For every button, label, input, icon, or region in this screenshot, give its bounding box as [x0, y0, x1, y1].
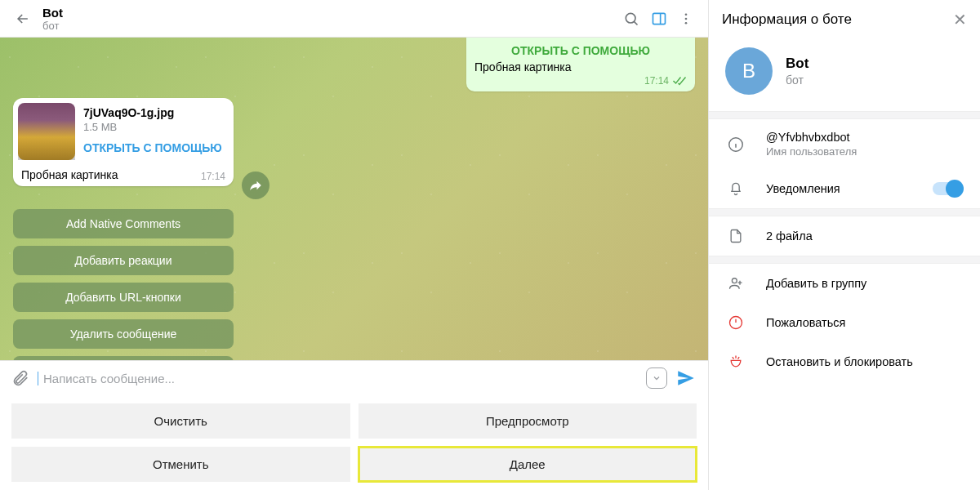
block-icon	[727, 354, 745, 370]
message-caption: Пробная картинка	[474, 60, 687, 74]
message-time: 17:14	[644, 75, 669, 87]
block-item[interactable]: Остановить и блокировать	[709, 342, 980, 381]
svg-point-2	[685, 13, 688, 16]
username-item[interactable]: @Yfvbhvbxdbot Имя пользователя	[709, 119, 980, 169]
svg-point-0	[626, 13, 635, 23]
read-ticks-icon	[672, 76, 687, 86]
open-with-link[interactable]: ОТКРЫТЬ С ПОМОЩЬЮ	[83, 141, 229, 154]
files-item[interactable]: 2 файла	[709, 216, 980, 256]
svg-point-4	[685, 21, 688, 24]
message-composer	[0, 360, 708, 395]
file-icon	[727, 228, 745, 244]
message-input[interactable]	[38, 372, 638, 385]
emoji-picker-button[interactable]	[646, 368, 667, 389]
notifications-label: Уведомления	[766, 182, 911, 195]
profile-type: бот	[786, 74, 808, 87]
svg-point-3	[685, 17, 688, 20]
add-comments-button[interactable]: Add Native Comments	[13, 209, 234, 238]
username-value: @Yfvbhvbxdbot	[766, 131, 850, 144]
add-to-group-item[interactable]: Добавить в группу	[709, 264, 980, 303]
search-icon[interactable]	[623, 11, 639, 27]
alert-icon	[727, 314, 745, 331]
add-user-icon	[727, 275, 745, 292]
file-size: 1.5 MB	[83, 121, 229, 133]
next-button[interactable]: Далее	[359, 447, 697, 482]
back-button[interactable]	[8, 4, 38, 33]
report-label: Пожаловаться	[766, 316, 962, 329]
message-incoming[interactable]: 7jUVaq9O-1g.jpg 1.5 MB ОТКРЫТЬ С ПОМОЩЬЮ…	[13, 98, 234, 186]
avatar: В	[725, 47, 773, 95]
info-icon	[727, 136, 745, 154]
notification-toggle-button[interactable]: Уведомление: вкл.	[13, 356, 234, 360]
cancel-button[interactable]: Отменить	[11, 447, 350, 482]
add-to-group-label: Добавить в группу	[766, 277, 962, 290]
message-time: 17:14	[201, 171, 225, 182]
chat-area: ОТКРЫТЬ С ПОМОЩЬЮ Пробная картинка 17:14…	[0, 38, 708, 360]
chat-title: Bot	[42, 6, 623, 20]
info-sidebar: Информация о боте ✕ В Bot бот @Yfvbhvbxd…	[709, 0, 980, 490]
attach-icon[interactable]	[11, 369, 29, 387]
chat-subtitle: бот	[42, 20, 623, 32]
report-item[interactable]: Пожаловаться	[709, 303, 980, 342]
clear-button[interactable]: Очистить	[11, 403, 350, 439]
add-url-buttons-button[interactable]: Добавить URL-кнопки	[13, 283, 234, 312]
chat-title-group[interactable]: Bot бот	[42, 6, 623, 32]
svg-point-6	[732, 278, 737, 283]
delete-message-button[interactable]: Удалить сообщение	[13, 319, 234, 349]
send-button[interactable]	[675, 368, 697, 389]
add-reactions-button[interactable]: Добавить реакции	[13, 246, 234, 275]
profile-row[interactable]: В Bot бот	[709, 39, 980, 111]
notifications-item[interactable]: Уведомления	[709, 169, 980, 208]
svg-rect-1	[653, 13, 666, 24]
preview-button[interactable]: Предпросмотр	[359, 403, 697, 439]
sidebar-toggle-icon[interactable]	[651, 11, 667, 27]
bell-icon	[727, 180, 745, 197]
chat-header: Bot бот	[0, 0, 708, 38]
file-name: 7jUVaq9O-1g.jpg	[83, 106, 229, 119]
profile-name: Bot	[786, 56, 808, 72]
open-with-link[interactable]: ОТКРЫТЬ С ПОМОЩЬЮ	[474, 44, 687, 57]
block-label: Остановить и блокировать	[766, 355, 962, 368]
message-outgoing[interactable]: ОТКРЫТЬ С ПОМОЩЬЮ Пробная картинка 17:14	[466, 38, 695, 91]
username-label: Имя пользователя	[766, 145, 962, 158]
more-icon[interactable]	[679, 11, 693, 26]
close-icon[interactable]: ✕	[953, 10, 967, 29]
sidebar-title: Информация о боте	[722, 11, 852, 28]
files-label: 2 файла	[766, 229, 962, 243]
file-thumbnail[interactable]	[18, 103, 75, 160]
notifications-toggle[interactable]	[933, 182, 962, 195]
forward-button[interactable]	[242, 172, 270, 199]
